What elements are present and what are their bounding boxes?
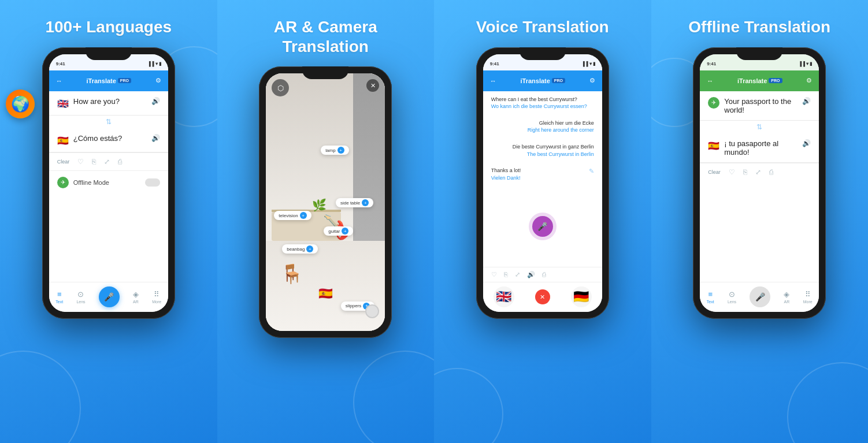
target-text-1: ¿Cómo estás? <box>73 134 123 143</box>
lamp-plus-icon[interactable]: + <box>337 147 344 154</box>
ar-label-guitar[interactable]: guitar + <box>324 226 353 236</box>
settings-icon-4[interactable]: ⚙ <box>806 77 812 84</box>
notch-3 <box>520 47 566 60</box>
chat-msg-4-content: Thanks a lot! Vielen Dank! <box>491 167 521 181</box>
swap-row-4: ⇅ <box>700 121 819 133</box>
sidetable-plus-icon[interactable]: + <box>362 199 369 206</box>
clear-button-1[interactable]: Clear <box>57 159 70 165</box>
phone-screen-2: ✕ ⬡ 🎸 🌿 lamp <box>266 73 385 331</box>
actions-row-1: Clear ♡ ⎘ ⤢ ⎙ <box>49 152 168 170</box>
ar-camera-btn[interactable] <box>365 304 379 318</box>
chat-translated-1: Wo kann ich die beste Currywurst essen? <box>491 103 594 110</box>
nav-text-1[interactable]: ≡ Text <box>55 290 63 304</box>
expand-icon-1[interactable]: ⤢ <box>104 158 110 166</box>
panel-offline: Offline Translation 9:41 ▐▐ ▾ ▮ ↔ iTrans… <box>651 0 869 443</box>
nav-text-label-1: Text <box>55 300 63 304</box>
clear-button-4[interactable]: Clear <box>708 169 721 175</box>
copy-icon-1[interactable]: ⎘ <box>92 158 96 166</box>
notch-4 <box>736 47 782 60</box>
copy-icon-3[interactable]: ⎘ <box>504 271 508 278</box>
panel-voice: Voice Translation 9:41 ▐▐ ▾ ▮ ↔ iTransla… <box>434 0 651 443</box>
share-icon-1[interactable]: ⎙ <box>118 158 122 166</box>
ar-label-beanbag[interactable]: beanbag + <box>282 244 318 254</box>
globe-icon: 🌍 <box>6 90 35 118</box>
status-icons-1: ▐▐ ▾ ▮ <box>147 61 161 66</box>
settings-icon-3[interactable]: ⚙ <box>589 77 595 84</box>
expand-icon-3[interactable]: ⤢ <box>515 271 520 278</box>
ar-label-tv[interactable]: television + <box>274 211 311 220</box>
nav-ar-icon-4: ◈ <box>784 290 789 299</box>
nav-lens-icon-1: ⊙ <box>77 290 84 299</box>
ar-plant: 🌿 <box>312 198 327 212</box>
status-time-1: 9:41 <box>56 61 65 66</box>
guitar-plus-icon[interactable]: + <box>342 228 348 234</box>
mic-circle-3[interactable]: 🎤 <box>532 216 553 237</box>
share-icon-4[interactable]: ⎙ <box>769 168 773 176</box>
nav-mic-btn-4[interactable]: 🎤 <box>750 286 770 307</box>
nav-mic-btn-1[interactable]: 🎤 <box>99 286 120 307</box>
expand-icon-4[interactable]: ⤢ <box>755 168 761 176</box>
cancel-voice-btn[interactable]: ✕ <box>535 289 550 304</box>
share-icon-3[interactable]: ⎙ <box>542 271 546 278</box>
beanbag-plus-icon[interactable]: + <box>306 245 313 252</box>
speaker-icon-4[interactable]: 🔊 <box>802 97 811 105</box>
ar-label-sidetable[interactable]: side table + <box>336 198 373 207</box>
nav-lens-4[interactable]: ⊙ Lens <box>728 290 736 304</box>
source-row-4: ✈ Your passport to the world! 🔊 <box>700 91 819 121</box>
edit-icon-3[interactable]: ✎ <box>589 167 594 176</box>
target-lang-btn[interactable]: 🇩🇪 <box>571 286 592 307</box>
heart-icon-1[interactable]: ♡ <box>77 158 84 166</box>
speaker-icon-1[interactable]: 🔊 <box>151 97 160 105</box>
app-header-1: ↔ iTranslate PRO ⚙ <box>49 70 168 91</box>
offline-toggle[interactable] <box>145 178 160 187</box>
notch-2 <box>302 66 348 79</box>
settings-icon-1[interactable]: ⚙ <box>155 77 161 84</box>
panel-4-title: Offline Translation <box>688 17 830 37</box>
chat-msg-3: Die beste Currywurst in ganz Berlin The … <box>483 139 602 162</box>
header-icon-left-1: ↔ <box>56 77 62 84</box>
ar-source-flag[interactable]: 🇪🇸 <box>318 286 333 300</box>
nav-more-1[interactable]: ⠿ More <box>152 290 161 304</box>
speaker-icon-5[interactable]: 🔊 <box>802 139 811 147</box>
nav-lens-1[interactable]: ⊙ Lens <box>76 290 85 304</box>
offline-mode-row: ✈ Offline Mode <box>49 170 168 194</box>
chat-translated-2: Right here around the corner <box>491 126 594 134</box>
ar-beanbag-obj: 🪑 <box>280 263 303 285</box>
target-row-4: 🇪🇸 ¡ tu pasaporte al mundo! 🔊 <box>700 133 819 163</box>
nav-more-icon-1: ⠿ <box>154 290 159 299</box>
source-lang-btn[interactable]: 🇬🇧 <box>494 286 514 307</box>
ar-label-lamp[interactable]: lamp + <box>321 146 348 155</box>
actions-row-4: Clear ♡ ⎘ ⤢ ⎙ <box>700 163 819 181</box>
pro-badge-4: PRO <box>769 78 782 83</box>
panel-languages: 🌍 100+ Languages 9:41 ▐▐ ▾ ▮ ↔ iTranslat… <box>0 0 217 443</box>
header-title-4: iTranslate PRO <box>737 77 782 84</box>
chat-translated-4: Vielen Dank! <box>491 174 521 182</box>
source-text-4: Your passport to the world! <box>724 97 797 114</box>
nav-text-4[interactable]: ≡ Text <box>707 290 714 304</box>
nav-ar-4[interactable]: ◈ AR <box>784 290 789 304</box>
panel-2-title: AR & Camera Translation <box>229 17 423 56</box>
pro-badge-1: PRO <box>118 78 131 83</box>
ar-3d-btn[interactable]: ⬡ <box>272 79 289 96</box>
speaker-icon-3[interactable]: 🔊 <box>527 271 535 278</box>
heart-icon-4[interactable]: ♡ <box>729 168 735 176</box>
source-row-1: 🇬🇧 How are you? 🔊 <box>49 91 168 116</box>
target-flag-1: 🇪🇸 <box>57 135 69 146</box>
copy-icon-4[interactable]: ⎘ <box>743 168 747 176</box>
swap-icon-1: ⇅ <box>106 118 112 126</box>
heart-icon-3[interactable]: ♡ <box>491 271 497 278</box>
header-icon-left-4: ↔ <box>707 77 713 84</box>
empty-area-4 <box>700 181 819 282</box>
nav-more-icon-4: ⠿ <box>805 290 811 299</box>
nav-lens-label-1: Lens <box>76 300 85 304</box>
panel-3-title: Voice Translation <box>476 17 609 37</box>
nav-text-icon-4: ≡ <box>708 290 713 299</box>
phone-frame-2: ✕ ⬡ 🎸 🌿 lamp <box>259 66 392 338</box>
phone-screen-4: 9:41 ▐▐ ▾ ▮ ↔ iTranslate PRO ⚙ ✈ Your pa… <box>700 54 819 312</box>
status-time-4: 9:41 <box>707 61 716 66</box>
nav-more-4[interactable]: ⠿ More <box>803 290 813 304</box>
tv-plus-icon[interactable]: + <box>300 212 307 219</box>
nav-ar-1[interactable]: ◈ AR <box>133 290 139 304</box>
speaker-icon-2[interactable]: 🔊 <box>151 134 160 142</box>
deco-circle-1 <box>0 351 81 443</box>
